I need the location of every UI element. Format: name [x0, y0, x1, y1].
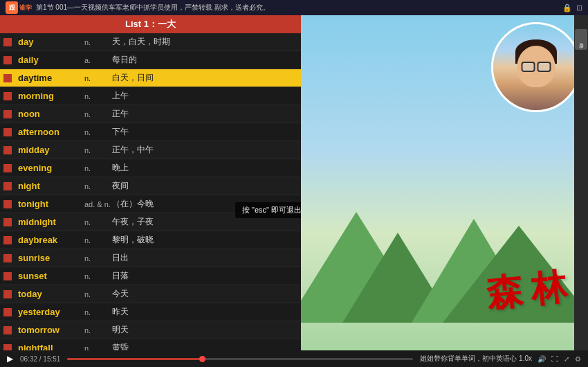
top-bar-right: 🔒 ⊡: [562, 3, 582, 12]
pos-text: n.: [84, 326, 112, 334]
word-checkbox[interactable]: [3, 92, 12, 100]
word-checkbox[interactable]: [3, 236, 12, 244]
bottom-bar: ▶ 06:32 / 15:51 姐姐带你背单单词，初中英语心 1.0x 🔊 ⛶ …: [0, 350, 588, 367]
checkbox-cell: [0, 182, 15, 190]
word-checkbox[interactable]: [3, 344, 12, 351]
meaning-text: 黎明，破晓: [112, 234, 301, 246]
checkbox-cell: [0, 128, 15, 136]
word-text: day: [15, 37, 84, 47]
volume-icon[interactable]: 🔊: [538, 355, 546, 363]
bottom-right-controls: 姐姐带你背单单词，初中英语心 1.0x 🔊 ⛶ ⤢ ⚙: [420, 354, 581, 364]
pos-text: n.: [84, 290, 112, 298]
checkbox-cell: [0, 272, 15, 280]
word-text: nightfall: [15, 343, 84, 350]
pos-text: n.: [84, 128, 112, 136]
chinese-decoration: 森 林: [485, 269, 569, 312]
settings-icon[interactable]: ⚙: [575, 355, 581, 363]
word-checkbox[interactable]: [3, 218, 12, 226]
restore-icon[interactable]: ⊡: [576, 3, 582, 12]
word-checkbox[interactable]: [3, 110, 12, 118]
pos-text: n.: [84, 308, 112, 316]
side-panel: 目录: [574, 15, 588, 350]
word-row[interactable]: nightfalln.黄昏: [0, 339, 301, 350]
word-row[interactable]: eveningn.晚上: [0, 159, 301, 177]
word-row[interactable]: todayn.今天: [0, 285, 301, 303]
word-checkbox[interactable]: [3, 308, 12, 316]
word-checkbox[interactable]: [3, 38, 12, 46]
checkbox-cell: [0, 74, 15, 82]
logo-icon: 跟: [6, 1, 18, 14]
word-checkbox[interactable]: [3, 182, 12, 190]
meaning-text: 正午: [112, 108, 301, 120]
word-row[interactable]: tomorrown.明天: [0, 321, 301, 339]
pos-text: a.: [84, 56, 112, 64]
logo-text: 谁学: [19, 3, 32, 12]
word-row[interactable]: nightn.夜间: [0, 177, 301, 195]
word-row[interactable]: daybreakn.黎明，破晓: [0, 231, 301, 249]
word-row[interactable]: dailya.每日的: [0, 51, 301, 69]
meaning-text: 天，白天，时期: [112, 36, 301, 48]
meaning-text: 白天，日间: [112, 72, 293, 84]
word-row[interactable]: yesterdayn.昨天: [0, 303, 301, 321]
word-checkbox[interactable]: [3, 164, 12, 172]
word-row[interactable]: daytimen.白天，日间+: [0, 69, 301, 87]
word-checkbox[interactable]: [3, 74, 12, 82]
pos-text: n.: [84, 38, 112, 46]
progress-bar[interactable]: [67, 358, 413, 360]
checkbox-cell: [0, 308, 15, 316]
word-checkbox[interactable]: [3, 200, 12, 208]
word-checkbox[interactable]: [3, 272, 12, 280]
avatar-person: [493, 24, 579, 110]
pos-text: n.: [84, 110, 112, 118]
list-header-label: List 1：一大: [125, 18, 176, 30]
checkbox-cell: [0, 164, 15, 172]
pos-text: n.: [84, 236, 112, 244]
glasses-left: [522, 62, 535, 72]
pos-text: n.: [84, 272, 112, 280]
screen-icon[interactable]: ⛶: [551, 355, 558, 363]
word-row[interactable]: sunsetn.日落: [0, 267, 301, 285]
word-row[interactable]: sunrisen.日出: [0, 249, 301, 267]
word-text: night: [15, 181, 84, 191]
pos-text: ad. & n.: [84, 200, 112, 208]
meaning-text: 日出: [112, 252, 301, 264]
word-text: evening: [15, 163, 84, 173]
meaning-text: 正午，中午: [112, 144, 301, 156]
pos-text: n.: [84, 92, 112, 100]
meaning-text: 黄昏: [112, 342, 301, 350]
word-checkbox[interactable]: [3, 326, 12, 334]
play-button[interactable]: ▶: [7, 354, 13, 364]
word-text: morning: [15, 91, 84, 101]
word-row[interactable]: morningn.上午: [0, 87, 301, 105]
checkbox-cell: [0, 290, 15, 298]
side-menu-item-1[interactable]: 目录: [575, 29, 587, 50]
word-checkbox[interactable]: [3, 254, 12, 262]
checkbox-cell: [0, 218, 15, 226]
tooltip-text: 按 "esc" 即可退出全屏模式: [242, 206, 301, 214]
person-glasses: [519, 62, 553, 72]
lock-icon: 🔒: [562, 3, 572, 12]
fullscreen-icon[interactable]: ⤢: [564, 355, 569, 363]
checkbox-cell: [0, 344, 15, 351]
meaning-text: 日落: [112, 270, 301, 282]
word-text: midnight: [15, 217, 84, 227]
plus-button[interactable]: +: [293, 73, 301, 84]
word-row[interactable]: noonn.正午: [0, 105, 301, 123]
progress-dot: [199, 356, 205, 362]
meaning-text: 每日的: [112, 54, 301, 66]
word-row[interactable]: dayn.天，白天，时期: [0, 33, 301, 51]
word-text: daytime: [15, 73, 84, 83]
main-content: List 1：一大 dayn.天，白天，时期dailya.每日的daytimen…: [0, 15, 588, 350]
word-text: noon: [15, 109, 84, 119]
glasses-right: [538, 62, 551, 72]
word-checkbox[interactable]: [3, 146, 12, 154]
word-text: sunrise: [15, 253, 84, 263]
progress-bar-fill: [67, 358, 205, 360]
pos-text: n.: [84, 218, 112, 226]
list-header: List 1：一大: [0, 15, 301, 33]
word-row[interactable]: afternoonn.下午: [0, 123, 301, 141]
word-checkbox[interactable]: [3, 128, 12, 136]
word-checkbox[interactable]: [3, 290, 12, 298]
word-checkbox[interactable]: [3, 56, 12, 64]
word-row[interactable]: middayn.正午，中午: [0, 141, 301, 159]
